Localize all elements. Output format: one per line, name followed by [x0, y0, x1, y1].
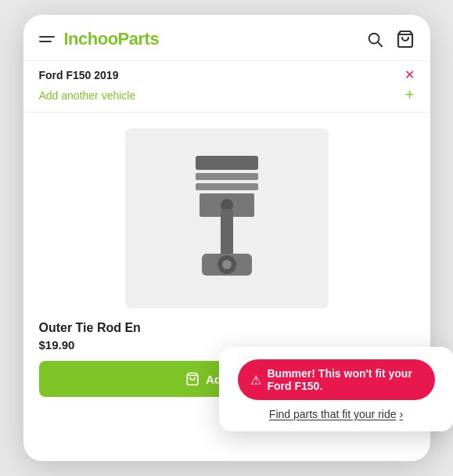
add-icon: + — [405, 86, 415, 104]
svg-rect-4 — [196, 173, 258, 180]
popup-warning-text: Bummer! This won't fit your Ford F150. — [268, 367, 422, 392]
vehicle-name: Ford F150 2019 — [39, 69, 119, 81]
svg-rect-5 — [196, 183, 258, 190]
header-left: InchooParts — [39, 29, 160, 49]
add-vehicle-button[interactable]: Add another vehicle + — [39, 86, 415, 104]
piston-illustration — [180, 148, 274, 289]
header: InchooParts — [23, 15, 430, 61]
cart-button[interactable] — [396, 30, 415, 49]
popup-warning-banner: ⚠ Bummer! This won't fit your Ford F150. — [238, 359, 435, 400]
search-button[interactable] — [366, 31, 383, 48]
vehicle-bar: Ford F150 2019 ✕ Add another vehicle + — [23, 61, 430, 113]
remove-vehicle-button[interactable]: ✕ — [404, 69, 415, 81]
menu-button[interactable] — [39, 36, 55, 42]
logo: InchooParts — [64, 29, 160, 49]
svg-line-1 — [378, 42, 382, 46]
svg-point-11 — [222, 260, 232, 269]
product-name: Outer Tie Rod En — [39, 321, 415, 335]
header-right — [366, 30, 415, 49]
find-parts-label: Find parts that fit your ride — [269, 408, 397, 420]
phone-frame: InchooParts Ford F150 2019 ✕ — [23, 15, 430, 461]
cart-icon — [396, 30, 415, 49]
menu-icon — [39, 36, 55, 42]
find-parts-link[interactable]: Find parts that fit your ride › — [238, 408, 435, 420]
cart-small-icon — [185, 372, 200, 386]
svg-rect-3 — [196, 156, 258, 170]
search-icon — [366, 31, 383, 48]
warning-icon: ⚠ — [250, 373, 261, 388]
link-arrow-icon: › — [399, 408, 403, 420]
svg-rect-8 — [221, 209, 233, 256]
logo-prefix: Inchoo — [64, 29, 118, 49]
product-image — [125, 128, 329, 308]
add-vehicle-label: Add another vehicle — [39, 89, 136, 102]
fitment-popup: ⚠ Bummer! This won't fit your Ford F150.… — [219, 347, 454, 431]
logo-suffix: Parts — [118, 29, 160, 49]
vehicle-row: Ford F150 2019 ✕ — [39, 69, 415, 81]
